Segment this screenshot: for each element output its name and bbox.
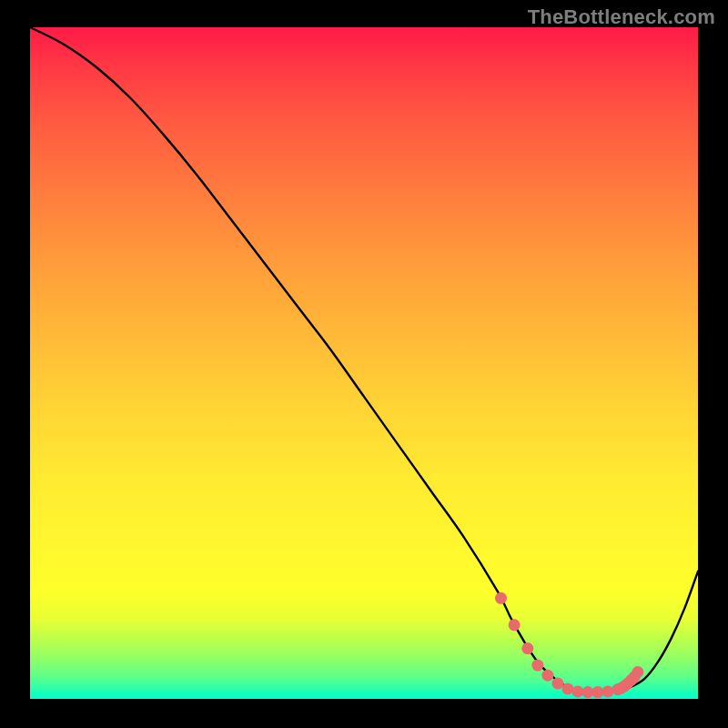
valley-dot [602, 685, 613, 697]
valley-dot [561, 682, 573, 694]
valley-dot [541, 670, 553, 682]
bottleneck-curve-svg [30, 27, 698, 699]
valley-dot [509, 619, 521, 631]
valley-dot [531, 660, 543, 672]
watermark-text: TheBottleneck.com [528, 5, 715, 29]
valley-dot [551, 678, 563, 690]
valley-dot [495, 592, 507, 604]
valley-dot [632, 666, 643, 678]
valley-marker-dots [495, 592, 643, 698]
chart-plot-area [30, 27, 698, 699]
valley-dot [521, 642, 533, 654]
bottleneck-curve-line [30, 27, 698, 693]
